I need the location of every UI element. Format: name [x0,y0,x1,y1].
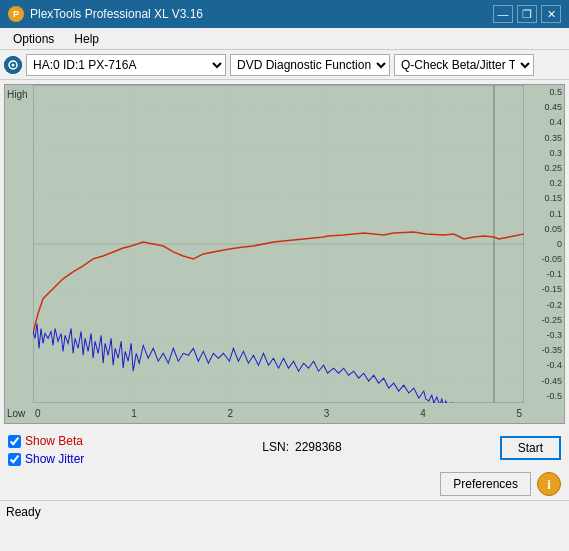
function-selector[interactable]: DVD Diagnostic Functions [230,54,390,76]
show-beta-label[interactable]: Show Beta [25,434,83,448]
chart-label-high: High [7,89,28,100]
jitter-line [33,324,524,404]
x-axis: 0 1 2 3 4 5 [33,403,524,423]
chart-area: High Low 0.5 0.45 0.4 0.35 0.3 0.25 0.2 … [4,84,565,424]
menu-bar: Options Help [0,28,569,50]
status-bar: Ready [0,500,569,522]
app-icon: P [8,6,24,22]
preferences-button[interactable]: Preferences [440,472,531,496]
chart-label-low: Low [7,408,25,419]
drive-selector[interactable]: HA:0 ID:1 PX-716A [26,54,226,76]
minimize-button[interactable]: — [493,5,513,23]
close-button[interactable]: ✕ [541,5,561,23]
show-beta-checkbox[interactable] [8,435,21,448]
info-button[interactable]: i [537,472,561,496]
title-bar-left: P PlexTools Professional XL V3.16 [8,6,203,22]
bottom-panel: Show Beta Show Jitter LSN: 2298368 Start… [0,428,569,500]
show-jitter-checkbox[interactable] [8,453,21,466]
lsn-value: 2298368 [295,440,342,454]
show-jitter-item: Show Jitter [8,452,84,466]
chart-svg [33,85,524,403]
restore-button[interactable]: ❐ [517,5,537,23]
menu-options[interactable]: Options [4,29,63,49]
toolbar: HA:0 ID:1 PX-716A DVD Diagnostic Functio… [0,50,569,80]
lsn-label: LSN: [262,440,289,454]
check-group: Show Beta Show Jitter [8,434,84,466]
window-title: PlexTools Professional XL V3.16 [30,7,203,21]
title-bar: P PlexTools Professional XL V3.16 — ❐ ✕ [0,0,569,28]
beta-line [33,232,524,333]
action-group: Start [500,436,561,460]
y-axis-right: 0.5 0.45 0.4 0.35 0.3 0.25 0.2 0.15 0.1 … [524,85,564,403]
start-button[interactable]: Start [500,436,561,460]
menu-help[interactable]: Help [65,29,108,49]
test-selector[interactable]: Q-Check Beta/Jitter Test [394,54,534,76]
svg-point-2 [12,63,15,66]
show-beta-item: Show Beta [8,434,84,448]
drive-icon [4,56,22,74]
title-bar-buttons: — ❐ ✕ [493,5,561,23]
show-jitter-label[interactable]: Show Jitter [25,452,84,466]
status-text: Ready [6,505,41,519]
lsn-group: LSN: 2298368 [262,440,341,454]
